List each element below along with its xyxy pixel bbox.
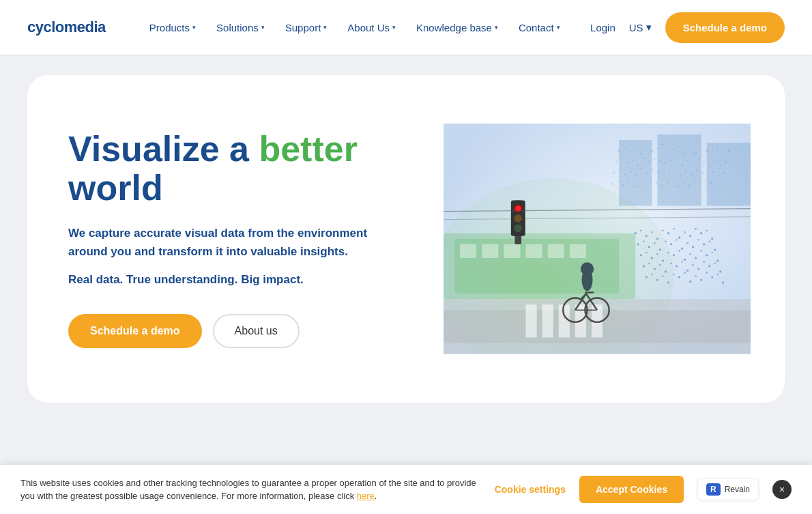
cookie-close-button[interactable]: × [772, 480, 792, 499]
svg-point-178 [703, 261, 704, 263]
svg-point-126 [656, 238, 658, 240]
schedule-demo-button-hero[interactable]: Schedule a demo [68, 314, 202, 348]
revain-badge: R Revain [697, 479, 759, 500]
cookie-settings-button[interactable]: Cookie settings [495, 484, 566, 495]
svg-rect-88 [707, 143, 751, 205]
about-us-button[interactable]: About us [213, 314, 300, 348]
svg-point-167 [643, 266, 645, 268]
svg-point-131 [684, 231, 685, 233]
svg-point-108 [514, 215, 522, 223]
svg-point-149 [703, 243, 705, 245]
svg-point-189 [684, 272, 685, 274]
language-selector[interactable]: US ▾ [629, 21, 652, 33]
cookie-link[interactable]: here [357, 491, 375, 501]
svg-point-186 [667, 282, 669, 284]
svg-point-137 [637, 243, 639, 245]
svg-point-128 [667, 232, 669, 234]
hero-text: Visualize a betterworld We capture accur… [68, 109, 444, 369]
svg-point-73 [656, 182, 657, 184]
svg-point-23 [615, 161, 617, 162]
svg-point-127 [662, 230, 663, 231]
svg-point-159 [678, 250, 680, 251]
login-button[interactable]: Login [590, 22, 615, 33]
accept-cookies-button[interactable]: Accept Cookies [579, 476, 684, 503]
svg-point-185 [662, 275, 663, 276]
schedule-demo-button-header[interactable]: Schedule a demo [665, 12, 785, 43]
svg-rect-96 [548, 244, 564, 258]
svg-point-140 [654, 242, 655, 244]
svg-point-109 [514, 225, 522, 232]
svg-point-170 [659, 264, 661, 266]
svg-point-129 [673, 228, 674, 229]
svg-point-66 [618, 181, 619, 182]
svg-point-194 [711, 276, 713, 279]
svg-point-196 [722, 282, 724, 284]
svg-point-182 [646, 276, 648, 279]
svg-point-179 [708, 266, 710, 268]
svg-point-132 [689, 235, 691, 237]
cookie-text: This website uses cookies and other trac… [20, 476, 481, 503]
nav-contact[interactable]: Contact ▾ [509, 16, 570, 39]
svg-rect-94 [504, 244, 520, 258]
svg-point-134 [700, 232, 702, 234]
svg-point-147 [692, 246, 694, 248]
svg-point-164 [706, 255, 708, 257]
chevron-down-icon: ▾ [192, 24, 196, 31]
svg-point-156 [662, 260, 664, 262]
svg-point-163 [700, 250, 701, 251]
nav-about[interactable]: About Us ▾ [338, 16, 405, 39]
svg-point-184 [656, 279, 658, 281]
svg-rect-86 [619, 140, 652, 205]
svg-point-82 [705, 179, 706, 180]
hero-image [444, 109, 751, 369]
svg-rect-100 [526, 304, 537, 337]
svg-point-188 [678, 276, 680, 279]
nav-products[interactable]: Products ▾ [140, 16, 205, 39]
svg-point-130 [678, 237, 680, 239]
svg-point-150 [709, 241, 710, 242]
nav-knowledge-base[interactable]: Knowledge base ▾ [407, 16, 508, 39]
header: cyclomedia Products ▾ Solutions ▾ Suppor… [0, 0, 812, 55]
svg-point-51 [652, 170, 654, 171]
svg-point-195 [717, 274, 719, 275]
svg-point-177 [697, 268, 699, 270]
svg-point-171 [665, 271, 667, 273]
svg-point-181 [719, 271, 721, 273]
svg-point-143 [670, 243, 672, 245]
svg-point-187 [673, 274, 674, 275]
svg-point-136 [711, 238, 713, 240]
main-content: Visualize a betterworld We capture accur… [0, 55, 812, 466]
svg-point-123 [640, 230, 641, 231]
hero-tagline: Real data. True understanding. Big impac… [68, 273, 444, 287]
svg-point-173 [676, 266, 678, 268]
svg-point-44 [613, 172, 614, 173]
chevron-down-icon: ▾ [392, 24, 396, 31]
svg-point-162 [695, 257, 697, 259]
svg-rect-102 [559, 304, 570, 337]
svg-rect-87 [657, 134, 701, 205]
header-right: Login US ▾ Schedule a demo [590, 12, 785, 43]
svg-rect-92 [460, 244, 476, 258]
svg-point-141 [659, 248, 661, 251]
hero-card: Visualize a betterworld We capture accur… [27, 75, 785, 403]
main-nav: Products ▾ Solutions ▾ Support ▾ About U… [140, 16, 590, 39]
svg-point-155 [656, 253, 658, 255]
svg-point-139 [648, 246, 650, 248]
svg-point-138 [643, 241, 644, 242]
chevron-down-icon: ▾ [646, 21, 652, 33]
hero-description: We capture accurate visual data from the… [68, 224, 382, 261]
svg-point-145 [681, 248, 683, 250]
chevron-down-icon: ▾ [261, 24, 265, 31]
logo[interactable]: cyclomedia [27, 18, 106, 36]
svg-point-193 [706, 272, 708, 274]
svg-point-146 [686, 242, 688, 244]
svg-point-152 [640, 255, 642, 257]
svg-point-158 [673, 255, 675, 257]
chevron-down-icon: ▾ [495, 24, 498, 31]
svg-point-176 [692, 264, 693, 266]
svg-point-30 [654, 159, 655, 160]
nav-solutions[interactable]: Solutions ▾ [207, 16, 274, 39]
nav-support[interactable]: Support ▾ [276, 16, 337, 39]
svg-point-191 [695, 275, 696, 276]
svg-point-190 [689, 281, 691, 283]
